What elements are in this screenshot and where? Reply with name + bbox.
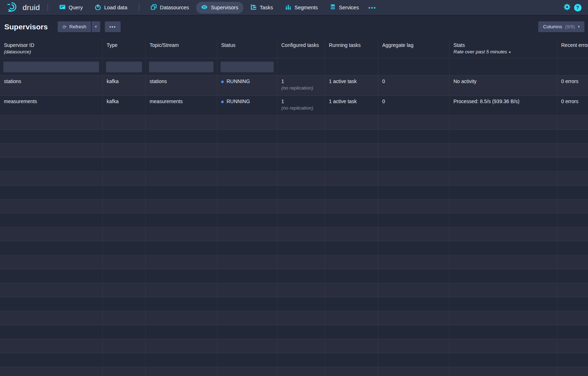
filter-input-status[interactable] (220, 61, 274, 72)
table-cell-empty (217, 144, 277, 157)
table-row-empty (0, 311, 588, 325)
table-cell-empty (325, 339, 378, 353)
filter-input-type[interactable] (106, 61, 142, 72)
table-cell-empty (325, 269, 378, 283)
table-cell-empty (277, 185, 325, 199)
table-cell-empty (449, 227, 557, 241)
configured-tasks-cell: 1 (no replication) (277, 96, 325, 115)
column-header-aggregate-lag[interactable]: Aggregate lag (378, 38, 449, 58)
columns-label: Columns (543, 24, 562, 29)
table-cell-empty (378, 353, 449, 367)
table-cell-empty (217, 227, 277, 241)
status-dot-icon (221, 81, 224, 83)
table-cell-empty (217, 353, 277, 367)
table-cell-empty (0, 297, 103, 311)
column-header-topic-stream[interactable]: Topic/Stream (146, 38, 217, 58)
column-label: Configured tasks (281, 42, 321, 48)
table-cell-empty (103, 353, 146, 367)
table-cell-empty (449, 144, 557, 157)
nav-item-label: Query (69, 5, 83, 10)
table-cell-empty (0, 116, 103, 129)
topic-cell: stations (146, 76, 217, 95)
table-cell-empty (449, 367, 557, 376)
columns-button[interactable]: Columns (9/9) ▾ (538, 21, 584, 32)
table-cell-empty (146, 144, 217, 157)
column-header-recent-errors[interactable]: Recent errors (557, 38, 588, 58)
table-cell-empty (378, 227, 449, 241)
gear-icon (564, 4, 570, 12)
table-cell-empty (325, 297, 378, 311)
column-label: Running tasks (329, 42, 374, 48)
settings-button[interactable] (562, 2, 572, 13)
table-cell-empty (449, 130, 557, 143)
table-cell-empty (217, 311, 277, 325)
refresh-button[interactable]: ⟳ Refresh (58, 21, 91, 32)
status-cell: RUNNING (217, 96, 277, 115)
table-cell-empty (449, 325, 557, 339)
status-text: RUNNING (227, 78, 250, 84)
table-cell-empty (277, 339, 325, 353)
column-header-supervisor-id[interactable]: Supervisor ID (datasource) (0, 38, 103, 58)
table-cell-empty (103, 130, 146, 143)
table-cell-empty (0, 255, 103, 269)
refresh-interval-button[interactable]: ▾ (92, 21, 100, 32)
table-cell-empty (378, 158, 449, 171)
table-cell-empty (103, 255, 146, 269)
nav-item-query[interactable]: Query (54, 2, 88, 13)
table-cell-empty (0, 367, 103, 376)
nav-item-tasks[interactable]: Tasks (246, 2, 278, 13)
table-cell-empty (325, 227, 378, 241)
configured-tasks-note: (no replication) (281, 105, 321, 111)
table-cell-empty (277, 255, 325, 269)
nav-item-load-data[interactable]: Load data (90, 2, 132, 13)
nav-item-services[interactable]: Services (325, 2, 364, 13)
top-navbar: druid Query Load data Da (0, 0, 588, 15)
help-button[interactable]: ? (572, 2, 583, 13)
table-cell-empty (449, 269, 557, 283)
nav-item-segments[interactable]: Segments (280, 2, 323, 13)
chevron-down-icon: ▾ (578, 24, 580, 29)
table-cell-empty (146, 255, 217, 269)
nav-item-supervisors[interactable]: Supervisors (196, 2, 243, 14)
filter-input-topic-stream[interactable] (149, 61, 214, 72)
help-icon: ? (574, 4, 582, 11)
table-cell-empty (557, 283, 588, 297)
filter-cell-empty (325, 58, 378, 75)
nav-divider (48, 4, 48, 11)
table-cell-empty (449, 241, 557, 255)
table-cell-empty (378, 297, 449, 311)
table-cell-empty (146, 353, 217, 367)
column-header-configured-tasks[interactable]: Configured tasks (277, 38, 325, 58)
column-header-running-tasks[interactable]: Running tasks (325, 38, 378, 58)
table-cell-empty (378, 367, 449, 376)
table-cell-empty (557, 144, 588, 157)
table-cell-empty (449, 297, 557, 311)
table-row-empty (0, 227, 588, 241)
table-cell-empty (325, 283, 378, 297)
table-cell-empty (277, 172, 325, 185)
aggregate-lag-cell: 0 (378, 96, 449, 115)
table-cell-empty (557, 353, 588, 367)
table-row-stations[interactable]: stations kafka stations RUNNING 1 (no re… (0, 76, 588, 96)
table-cell-empty (146, 185, 217, 199)
nav-more-button[interactable]: ••• (365, 3, 380, 12)
column-header-status[interactable]: Status (217, 38, 277, 58)
table-cell-empty (557, 241, 588, 255)
more-actions-button[interactable]: ••• (105, 21, 121, 32)
table-cell-empty (146, 227, 217, 241)
druid-logo-icon (7, 1, 20, 14)
table-row-measurements[interactable]: measurements kafka measurements RUNNING … (0, 96, 588, 116)
druid-brand[interactable]: druid (5, 1, 42, 14)
datasources-icon (151, 4, 157, 11)
stats-rate-selector[interactable]: Rate over past 5 minutes▾ (453, 49, 553, 54)
column-header-stats[interactable]: Stats Rate over past 5 minutes▾ (449, 38, 557, 58)
column-header-type[interactable]: Type (103, 38, 146, 58)
table-cell-empty (217, 269, 277, 283)
table-cell-empty (103, 144, 146, 157)
table-row-empty (0, 255, 588, 269)
filter-input-supervisor-id[interactable] (3, 61, 99, 72)
nav-item-datasources[interactable]: Datasources (146, 2, 194, 13)
table-cell-empty (217, 158, 277, 171)
table-cell-empty (217, 172, 277, 185)
table-cell-empty (325, 353, 378, 367)
